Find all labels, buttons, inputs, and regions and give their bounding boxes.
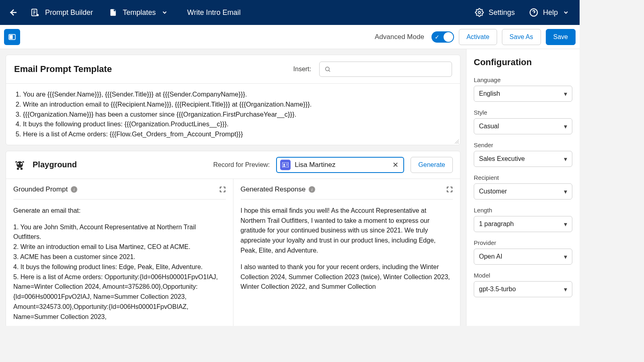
svg-rect-14 (282, 162, 289, 167)
svg-rect-12 (17, 168, 19, 170)
record-name: Lisa Martinez (295, 161, 387, 169)
svg-point-6 (326, 67, 329, 71)
activate-button[interactable]: Activate (459, 29, 497, 45)
recipient-label: Recipient (474, 174, 572, 181)
template-card: Email Prompt Template Insert: You are {{… (6, 55, 460, 145)
config-panel: Configuration Language English ▾ Style C… (466, 49, 580, 326)
chevron-down-icon (161, 9, 168, 16)
current-template-nav: Write Intro Email (176, 0, 249, 25)
language-label: Language (474, 76, 572, 83)
template-line: Write an introduction email to {{{Recipi… (23, 99, 452, 109)
chevron-down-icon: ▾ (564, 286, 567, 293)
grounded-prompt-title: Grounded Prompt (13, 185, 68, 193)
gear-icon (475, 8, 484, 17)
config-title: Configuration (474, 57, 572, 68)
length-label: Length (474, 207, 572, 214)
playground-card: Playground Record for Preview: Lisa Mart… (6, 151, 460, 326)
save-button[interactable]: Save (546, 29, 576, 45)
provider-select[interactable]: Open AI ▾ (474, 249, 572, 265)
check-icon: ✓ (435, 34, 440, 40)
panel-icon (8, 34, 16, 40)
clear-record-button[interactable]: ✕ (391, 160, 400, 169)
generate-button[interactable]: Generate (411, 157, 453, 173)
language-select[interactable]: English ▾ (474, 86, 572, 102)
template-line: {{{Organization.Name}}} has been a custo… (23, 109, 452, 119)
settings-nav[interactable]: Settings (468, 8, 522, 17)
template-line: It buys the following product lines: {{{… (23, 119, 452, 129)
model-label: Model (474, 272, 572, 279)
back-arrow-icon (8, 8, 18, 17)
svg-point-1 (37, 14, 39, 16)
chevron-down-icon: ▾ (564, 155, 567, 163)
help-label: Help (543, 8, 558, 17)
chevron-down-icon: ▾ (564, 188, 567, 195)
template-editor[interactable]: You are {{{Sender.Name}}}, {{{Sender.Tit… (6, 83, 460, 145)
insert-label: Insert: (293, 66, 311, 73)
document-icon (109, 8, 117, 17)
action-bar: Advanced Mode ✓ Activate Save As Save (0, 25, 580, 49)
svg-point-8 (17, 163, 19, 165)
svg-point-7 (17, 161, 23, 168)
template-line: You are {{{Sender.Name}}}, {{{Sender.Tit… (23, 89, 452, 99)
advanced-mode-toggle[interactable]: ✓ (431, 31, 454, 43)
chevron-down-icon: ▾ (564, 123, 567, 130)
contact-icon (280, 160, 291, 170)
templates-label: Templates (123, 8, 156, 17)
svg-point-15 (283, 164, 285, 165)
style-label: Style (474, 109, 572, 116)
generated-response-panel: Generated Response i I hope this email f… (233, 179, 460, 326)
settings-label: Settings (489, 8, 515, 17)
chevron-down-icon (563, 9, 569, 16)
resize-handle-icon[interactable] (455, 140, 459, 144)
current-template-label: Write Intro Email (187, 8, 241, 17)
style-select[interactable]: Casual ▾ (474, 118, 572, 134)
svg-rect-5 (10, 35, 12, 39)
grounded-prompt-body: Generate an email that: 1. You are John … (13, 206, 226, 326)
app-title-nav[interactable]: Prompt Builder (23, 0, 101, 25)
playground-icon (13, 158, 26, 171)
svg-rect-10 (15, 161, 17, 162)
template-line: Here is a list of Acme orders: {{{Flow.G… (23, 129, 452, 139)
save-as-button[interactable]: Save As (502, 29, 541, 45)
panel-toggle-button[interactable] (4, 29, 20, 45)
expand-button[interactable] (219, 186, 226, 193)
model-select[interactable]: gpt-3.5-turbo ▾ (474, 281, 572, 297)
generated-response-body: I hope this email finds you well! As the… (241, 206, 453, 326)
insert-search-input[interactable] (319, 62, 452, 77)
chevron-down-icon: ▾ (564, 220, 567, 228)
info-icon[interactable]: i (71, 186, 77, 193)
help-nav[interactable]: Help (522, 8, 576, 17)
back-button[interactable] (3, 0, 23, 25)
provider-label: Provider (474, 239, 572, 246)
search-icon (324, 66, 331, 72)
length-select[interactable]: 1 paragraph ▾ (474, 216, 572, 232)
advanced-mode-label: Advanced Mode (375, 33, 424, 41)
generated-response-title: Generated Response (241, 185, 306, 193)
svg-point-2 (478, 11, 481, 14)
top-navbar: Prompt Builder Templates Write Intro Ema… (0, 0, 580, 25)
record-preview-label: Record for Preview: (213, 161, 270, 169)
sender-select[interactable]: Sales Executive ▾ (474, 151, 572, 167)
prompt-builder-icon (31, 8, 39, 17)
info-icon[interactable]: i (309, 186, 315, 193)
recipient-select[interactable]: Customer ▾ (474, 183, 572, 200)
expand-button[interactable] (446, 186, 453, 193)
svg-point-9 (21, 163, 22, 165)
chevron-down-icon: ▾ (564, 90, 567, 98)
grounded-prompt-panel: Grounded Prompt i Generate an email that… (6, 179, 233, 326)
chevron-down-icon: ▾ (564, 253, 567, 261)
sender-label: Sender (474, 142, 572, 148)
svg-rect-13 (21, 168, 23, 170)
playground-title: Playground (33, 160, 207, 169)
template-title: Email Prompt Template (14, 64, 285, 74)
app-title-label: Prompt Builder (45, 8, 93, 17)
record-preview-input[interactable]: Lisa Martinez ✕ (276, 157, 404, 173)
svg-rect-11 (22, 161, 24, 162)
help-icon (529, 8, 538, 17)
templates-nav[interactable]: Templates (101, 0, 176, 25)
